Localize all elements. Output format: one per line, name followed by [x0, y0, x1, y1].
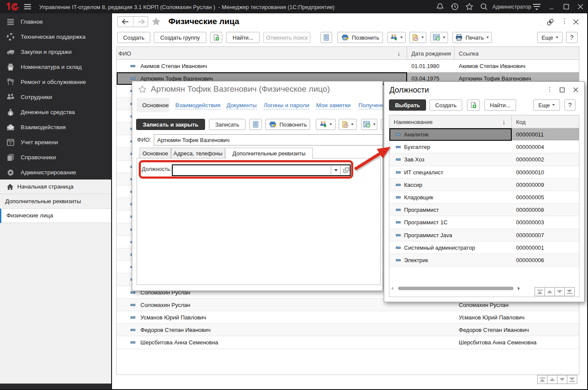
- svg-text:$: $: [9, 111, 12, 116]
- svg-text:7: 7: [9, 141, 12, 145]
- svg-text:@: @: [9, 125, 13, 129]
